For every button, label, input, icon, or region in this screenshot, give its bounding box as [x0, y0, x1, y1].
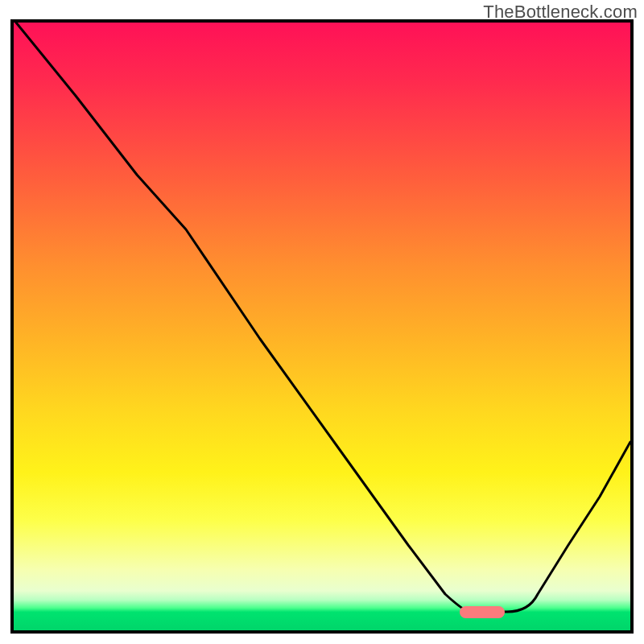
- plot-area: [10, 19, 634, 634]
- bottleneck-curve: [14, 23, 630, 630]
- chart-container: TheBottleneck.com: [0, 0, 644, 644]
- optimal-marker-pill: [460, 606, 505, 617]
- watermark-text: TheBottleneck.com: [483, 2, 638, 23]
